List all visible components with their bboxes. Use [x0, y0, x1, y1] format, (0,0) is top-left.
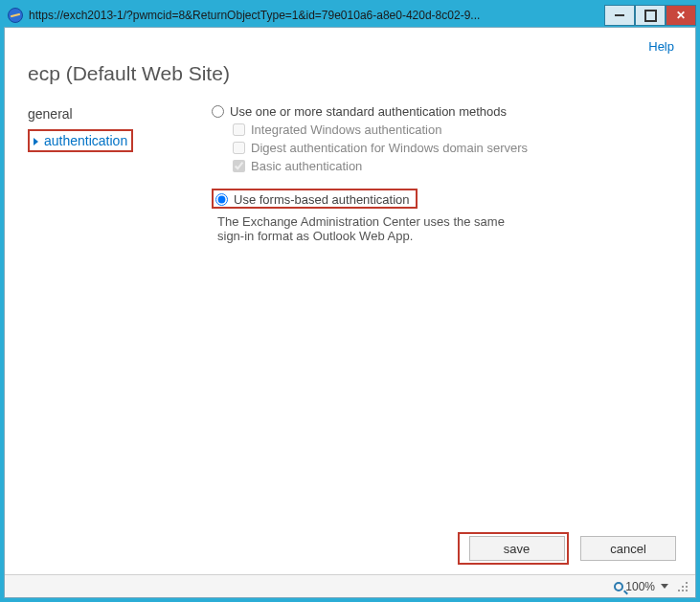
- help-bar: Help: [5, 28, 695, 55]
- body: general authentication Use one or more s…: [5, 102, 695, 523]
- ie-icon: [8, 8, 23, 23]
- checkbox-digest[interactable]: Digest authentication for Windows domain…: [233, 141, 672, 155]
- radio-standard-auth-input[interactable]: [212, 105, 224, 118]
- app-window: https://exch2013-1/?pwmcid=8&ReturnObjec…: [0, 0, 700, 602]
- nav-item-authentication[interactable]: authentication: [28, 125, 200, 156]
- checkbox-digest-input: [233, 142, 245, 154]
- radio-standard-auth-label: Use one or more standard authentication …: [230, 104, 507, 119]
- page-title: ecp (Default Web Site): [5, 55, 695, 102]
- radio-forms-auth-input[interactable]: [215, 193, 228, 206]
- nav-item-general[interactable]: general: [28, 102, 200, 125]
- forms-auth-section: Use forms-based authentication The Excha…: [212, 189, 672, 243]
- zoom-level: 100%: [625, 580, 655, 593]
- cancel-button[interactable]: cancel: [580, 536, 676, 561]
- auth-form: Use one or more standard authentication …: [200, 102, 672, 523]
- highlight-box-forms: Use forms-based authentication: [212, 189, 418, 209]
- close-button[interactable]: ✕: [666, 5, 696, 26]
- checkbox-integrated[interactable]: Integrated Windows authentication: [233, 123, 672, 137]
- zoom-icon[interactable]: [614, 582, 623, 591]
- address-url: https://exch2013-1/?pwmcid=8&ReturnObjec…: [29, 9, 604, 22]
- dialog-footer: save cancel: [5, 523, 695, 574]
- resize-grip-icon[interactable]: [678, 582, 688, 591]
- radio-standard-auth[interactable]: Use one or more standard authentication …: [212, 104, 672, 119]
- checkbox-digest-label: Digest authentication for Windows domain…: [251, 141, 528, 155]
- status-bar: 100%: [5, 574, 695, 597]
- help-link[interactable]: Help: [648, 39, 674, 54]
- caret-icon: [34, 138, 38, 145]
- titlebar: https://exch2013-1/?pwmcid=8&ReturnObjec…: [4, 4, 696, 27]
- window-controls: ✕: [604, 5, 696, 26]
- checkbox-basic-label: Basic authentication: [251, 159, 362, 173]
- highlight-box-save: save: [458, 532, 569, 565]
- checkbox-integrated-label: Integrated Windows authentication: [251, 123, 441, 137]
- highlight-box-auth: authentication: [28, 129, 133, 152]
- checkbox-integrated-input: [233, 123, 245, 136]
- side-nav: general authentication: [28, 102, 200, 523]
- forms-auth-description: The Exchange Administration Center uses …: [217, 214, 533, 243]
- maximize-button[interactable]: [635, 5, 666, 26]
- radio-forms-auth-label: Use forms-based authentication: [234, 192, 410, 207]
- radio-forms-auth[interactable]: Use forms-based authentication: [215, 192, 410, 207]
- client-area: Help ecp (Default Web Site) general auth…: [4, 27, 696, 598]
- checkbox-basic-input: [233, 160, 245, 172]
- zoom-dropdown-icon[interactable]: [661, 584, 668, 589]
- standard-auth-options: Integrated Windows authentication Digest…: [233, 123, 672, 173]
- checkbox-basic[interactable]: Basic authentication: [233, 159, 672, 173]
- minimize-button[interactable]: [604, 5, 635, 26]
- save-button[interactable]: save: [469, 536, 565, 561]
- nav-item-authentication-label: authentication: [44, 133, 127, 148]
